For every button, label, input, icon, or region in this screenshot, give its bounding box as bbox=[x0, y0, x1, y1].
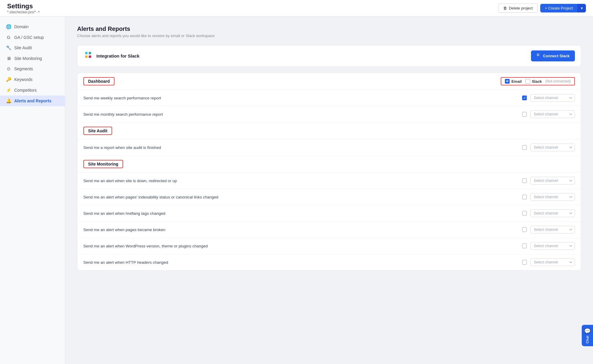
site-audit-icon: 🔧 bbox=[6, 45, 11, 50]
email-slack-controls: ✉EmailSlack(Not connected) bbox=[501, 77, 575, 85]
section-title-site-monitoring: Site Monitoring bbox=[83, 160, 123, 168]
external-link-icon: ↗ bbox=[37, 10, 40, 14]
email-checkbox[interactable] bbox=[522, 211, 527, 216]
alert-row: Send me an alert when pages' indexabilit… bbox=[77, 189, 581, 205]
slack-logo-icon bbox=[83, 50, 93, 62]
sidebar-item-label-ga-gsc: GA / GSC setup bbox=[14, 35, 44, 40]
subtitle-text: *.sitechecker.pro/* bbox=[7, 10, 36, 14]
email-checkbox[interactable] bbox=[522, 227, 527, 232]
svg-rect-0 bbox=[85, 52, 88, 54]
sidebar-item-domain[interactable]: 🌐Domain bbox=[0, 21, 65, 32]
sidebar-item-label-competitors: Competitors bbox=[14, 88, 36, 93]
alert-controls: Select channel bbox=[522, 226, 575, 233]
delete-icon: 🗑 bbox=[503, 6, 507, 10]
alert-controls: Select channel bbox=[522, 242, 575, 250]
sidebar-item-keywords[interactable]: 🔑Keywords bbox=[0, 74, 65, 85]
page-title: Settings bbox=[7, 2, 40, 10]
alert-row: Send me monthly search performance repor… bbox=[77, 106, 581, 123]
alert-text: Send me weekly search performance report bbox=[83, 96, 522, 100]
delete-label: Delete project bbox=[509, 6, 532, 10]
email-checkbox[interactable] bbox=[522, 195, 527, 199]
email-checkbox[interactable] bbox=[522, 145, 527, 150]
domain-icon: 🌐 bbox=[6, 24, 11, 29]
sidebar-item-competitors[interactable]: ⚡Competitors bbox=[0, 85, 65, 96]
alert-controls: Select channel bbox=[522, 193, 575, 201]
svg-rect-7 bbox=[538, 55, 539, 56]
alert-row: Send me an alert when hreflang tags chan… bbox=[77, 205, 581, 222]
alert-text: Send me monthly search performance repor… bbox=[83, 112, 522, 117]
alert-row: Send me weekly search performance report… bbox=[77, 90, 581, 106]
main-content: Alerts and Reports Choose alerts and rep… bbox=[65, 17, 593, 279]
email-checkbox[interactable] bbox=[522, 112, 527, 117]
top-bar-left: Settings *.sitechecker.pro/* ↗ bbox=[7, 2, 40, 14]
slack-connect-icon bbox=[536, 53, 541, 59]
alert-row: Send me an alert when pages became broke… bbox=[77, 222, 581, 238]
alert-row: Send me an alert when HTTP headers chang… bbox=[77, 254, 581, 270]
alert-text: Send me an alert when hreflang tags chan… bbox=[83, 211, 522, 216]
top-bar-actions: 🗑 Delete project + Create Project ▾ bbox=[498, 4, 586, 13]
section-header-dashboard: Dashboard✉EmailSlack(Not connected) bbox=[77, 73, 581, 90]
slack-integration-left: Integration for Slack bbox=[83, 50, 139, 62]
sidebar-item-label-alerts-reports: Alerts and Reports bbox=[14, 98, 51, 103]
chat-label: Chat bbox=[586, 336, 589, 343]
site-monitoring-icon: 🖥 bbox=[6, 56, 11, 61]
alert-controls: Select channel bbox=[522, 209, 575, 217]
email-checkbox[interactable] bbox=[522, 96, 527, 100]
svg-rect-6 bbox=[537, 55, 538, 56]
email-checkbox[interactable] bbox=[522, 260, 527, 265]
email-icon: ✉ bbox=[505, 79, 510, 84]
slack-checkbox[interactable] bbox=[525, 79, 530, 84]
sidebar-item-site-monitoring[interactable]: 🖥Site Monitoring bbox=[0, 53, 65, 63]
alert-text: Send me an alert when pages' indexabilit… bbox=[83, 195, 522, 199]
svg-rect-3 bbox=[89, 55, 91, 58]
svg-rect-5 bbox=[538, 54, 539, 55]
alert-text: Send me an alert when WordPress version,… bbox=[83, 244, 522, 248]
layout: 🌐DomainGGA / GSC setup🔧Site Audit🖥Site M… bbox=[0, 17, 593, 364]
sidebar-item-ga-gsc[interactable]: GGA / GSC setup bbox=[0, 32, 65, 42]
page-header: Alerts and Reports Choose alerts and rep… bbox=[77, 26, 581, 38]
create-project-caret[interactable]: ▾ bbox=[578, 4, 586, 12]
svg-rect-2 bbox=[85, 55, 88, 58]
channel-select[interactable]: Select channel bbox=[530, 209, 575, 217]
alerts-table: Dashboard✉EmailSlack(Not connected)Send … bbox=[77, 73, 581, 271]
section-header-site-audit: Site Audit bbox=[77, 123, 581, 139]
alert-controls: Select channel bbox=[522, 94, 575, 102]
competitors-icon: ⚡ bbox=[6, 88, 11, 93]
channel-select[interactable]: Select channel bbox=[530, 177, 575, 185]
email-checkbox[interactable] bbox=[522, 178, 527, 183]
alerts-reports-subtitle: Choose alerts and reports you would like… bbox=[77, 34, 581, 38]
section-title-site-audit: Site Audit bbox=[83, 127, 112, 135]
slack-integration-title: Integration for Slack bbox=[96, 53, 139, 58]
ga-gsc-icon: G bbox=[6, 35, 11, 40]
create-project-button[interactable]: + Create Project bbox=[540, 4, 578, 12]
channel-select[interactable]: Select channel bbox=[530, 144, 575, 151]
alert-row: Send me an alert when site is down, redi… bbox=[77, 173, 581, 189]
delete-project-button[interactable]: 🗑 Delete project bbox=[498, 4, 538, 13]
alert-text: Send me an alert when pages became broke… bbox=[83, 228, 522, 232]
slack-label: Slack bbox=[525, 79, 542, 84]
sidebar-item-label-site-audit: Site Audit bbox=[14, 45, 32, 50]
sidebar-item-label-site-monitoring: Site Monitoring bbox=[14, 56, 42, 61]
sidebar-item-site-audit[interactable]: 🔧Site Audit bbox=[0, 42, 65, 53]
chat-icon: 💬 bbox=[584, 328, 591, 334]
sidebar-item-label-segments: Segments bbox=[14, 66, 33, 71]
create-label: + Create Project bbox=[545, 6, 573, 10]
channel-select[interactable]: Select channel bbox=[530, 110, 575, 118]
section-header-site-monitoring: Site Monitoring bbox=[77, 156, 581, 173]
channel-select[interactable]: Select channel bbox=[530, 193, 575, 201]
alert-controls: Select channel bbox=[522, 177, 575, 185]
sidebar-item-alerts-reports[interactable]: 🔔Alerts and Reports bbox=[0, 96, 65, 106]
email-label: ✉Email bbox=[505, 79, 522, 84]
sidebar-item-segments[interactable]: ⊙Segments bbox=[0, 63, 65, 74]
channel-select[interactable]: Select channel bbox=[530, 226, 575, 233]
alert-controls: Select channel bbox=[522, 258, 575, 266]
channel-select[interactable]: Select channel bbox=[530, 242, 575, 250]
email-checkbox[interactable] bbox=[522, 244, 527, 248]
chat-widget[interactable]: 💬 Chat bbox=[582, 325, 593, 346]
channel-select[interactable]: Select channel bbox=[530, 258, 575, 266]
not-connected-label: (Not connected) bbox=[546, 79, 571, 83]
connect-slack-button[interactable]: Connect Slack bbox=[531, 50, 575, 61]
channel-select[interactable]: Select channel bbox=[530, 94, 575, 102]
alert-row: Send me an alert when WordPress version,… bbox=[77, 238, 581, 254]
sidebar: 🌐DomainGGA / GSC setup🔧Site Audit🖥Site M… bbox=[0, 17, 65, 364]
